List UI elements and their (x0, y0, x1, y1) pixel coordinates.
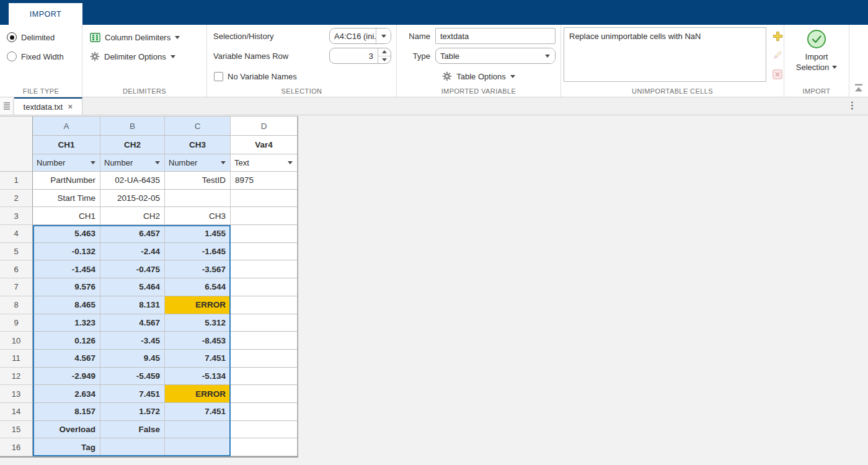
cell-D15[interactable] (231, 421, 298, 439)
cell-D16[interactable] (231, 438, 298, 456)
cell-B1[interactable]: 02-UA-6435 (100, 172, 165, 190)
cell-D11[interactable] (231, 350, 298, 368)
collapse-ribbon-button[interactable] (853, 83, 864, 93)
delimiter-options-button[interactable]: Delimiter Options (90, 48, 175, 64)
cell-D4[interactable] (231, 225, 298, 243)
import-selection-button[interactable]: Import Selection (784, 29, 849, 72)
cell-A12[interactable]: -2.949 (33, 368, 100, 386)
type-dropdown-caret[interactable] (288, 161, 293, 164)
type-dropdown-button[interactable] (540, 48, 555, 63)
cell-A15[interactable]: Overload (33, 421, 100, 439)
cell-A8[interactable]: 8.465 (33, 296, 100, 314)
cell-D3[interactable] (231, 207, 298, 225)
no-variable-names-checkbox[interactable] (214, 72, 223, 81)
cell-B10[interactable]: -3.45 (100, 332, 165, 350)
add-rule-button[interactable] (771, 29, 784, 43)
cell-D12[interactable] (231, 368, 298, 386)
var-name-A[interactable]: CH1 (33, 136, 100, 154)
row-header-9[interactable]: 9 (0, 314, 33, 332)
cell-A4[interactable]: 5.463 (33, 225, 100, 243)
cell-D9[interactable] (231, 314, 298, 332)
row-header-7[interactable]: 7 (0, 278, 33, 296)
cell-C11[interactable]: 7.451 (165, 350, 231, 368)
radio-delimited[interactable]: Delimited (7, 29, 55, 45)
variable-names-row-value[interactable]: 3 (330, 48, 378, 63)
row-header-3[interactable]: 3 (0, 207, 33, 225)
cell-D8[interactable] (231, 296, 298, 314)
type-dropdown-caret[interactable] (91, 161, 95, 164)
delete-rule-button[interactable] (771, 68, 784, 81)
cell-C9[interactable]: 5.312 (165, 314, 231, 332)
var-name-C[interactable]: CH3 (165, 136, 231, 154)
col-letter-A[interactable]: A (33, 117, 100, 136)
cell-D2[interactable] (231, 190, 298, 208)
cell-B16[interactable] (100, 438, 165, 456)
col-letter-B[interactable]: B (100, 117, 165, 136)
type-dropdown-caret[interactable] (155, 161, 160, 164)
type-dropdown[interactable]: Table (435, 48, 556, 64)
spinner-up-button[interactable] (378, 48, 391, 56)
var-name-D[interactable]: Var4 (231, 136, 298, 154)
column-delimiters-button[interactable]: Column Delimiters (90, 29, 180, 45)
tab-overflow-menu-icon[interactable]: ⋮ (848, 100, 857, 111)
tab-close-icon[interactable]: × (68, 102, 73, 111)
radio-fixed-width[interactable]: Fixed Width (7, 48, 64, 64)
cell-C15[interactable] (165, 421, 231, 439)
cell-C4[interactable]: 1.455 (165, 225, 231, 243)
cell-B12[interactable]: -5.459 (100, 368, 165, 386)
cell-D1[interactable]: 8975 (231, 172, 298, 190)
col-type-C[interactable]: Number (165, 154, 231, 172)
row-header-15[interactable]: 15 (0, 421, 33, 439)
cell-A2[interactable]: Start Time (33, 190, 100, 208)
row-header-12[interactable]: 12 (0, 368, 33, 386)
row-header-2[interactable]: 2 (0, 190, 33, 208)
col-type-D[interactable]: Text (231, 154, 298, 172)
row-header-8[interactable]: 8 (0, 296, 33, 314)
cell-B4[interactable]: 6.457 (100, 225, 165, 243)
cell-C5[interactable]: -1.645 (165, 243, 231, 261)
row-header-10[interactable]: 10 (0, 332, 33, 350)
cell-C16[interactable] (165, 438, 231, 456)
row-header-13[interactable]: 13 (0, 385, 33, 403)
spinner-down-button[interactable] (378, 56, 391, 64)
cell-D10[interactable] (231, 332, 298, 350)
cell-A9[interactable]: 1.323 (33, 314, 100, 332)
cell-A3[interactable]: CH1 (33, 207, 100, 225)
cell-C1[interactable]: TestID (165, 172, 231, 190)
cell-C2[interactable] (165, 190, 231, 208)
row-header-16[interactable]: 16 (0, 438, 33, 456)
col-type-A[interactable]: Number (33, 154, 100, 172)
cell-C12[interactable]: -5.134 (165, 368, 231, 386)
row-header-14[interactable]: 14 (0, 403, 33, 421)
cell-B15[interactable]: False (100, 421, 165, 439)
col-type-B[interactable]: Number (100, 154, 165, 172)
no-variable-names-checkbox-row[interactable]: No Variable Names (214, 68, 297, 84)
cell-A1[interactable]: PartNumber (33, 172, 100, 190)
cell-D13[interactable] (231, 385, 298, 403)
cell-B6[interactable]: -0.475 (100, 260, 165, 278)
cell-B3[interactable]: CH2 (100, 207, 165, 225)
document-list-button[interactable] (0, 97, 14, 115)
cell-A7[interactable]: 9.576 (33, 278, 100, 296)
cell-B13[interactable]: 7.451 (100, 385, 165, 403)
edit-rule-button[interactable] (771, 48, 784, 62)
cell-A13[interactable]: 2.634 (33, 385, 100, 403)
cell-B9[interactable]: 4.567 (100, 314, 165, 332)
var-name-B[interactable]: CH2 (100, 136, 165, 154)
cell-B5[interactable]: -2.44 (100, 243, 165, 261)
row-header-6[interactable]: 6 (0, 260, 33, 278)
selection-history-combo[interactable]: A4:C16 (ini... (329, 28, 391, 44)
variable-name-input[interactable]: textdata (435, 28, 556, 44)
cell-C13[interactable]: ERROR (165, 385, 231, 403)
cell-C6[interactable]: -3.567 (165, 260, 231, 278)
cell-D6[interactable] (231, 260, 298, 278)
cell-B14[interactable]: 1.572 (100, 403, 165, 421)
cell-C10[interactable]: -8.453 (165, 332, 231, 350)
cell-C7[interactable]: 6.544 (165, 278, 231, 296)
cell-C8[interactable]: ERROR (165, 296, 231, 314)
row-header-4[interactable]: 4 (0, 225, 33, 243)
cell-A10[interactable]: 0.126 (33, 332, 100, 350)
cell-A11[interactable]: 4.567 (33, 350, 100, 368)
cell-D7[interactable] (231, 278, 298, 296)
cell-A16[interactable]: Tag (33, 438, 100, 456)
